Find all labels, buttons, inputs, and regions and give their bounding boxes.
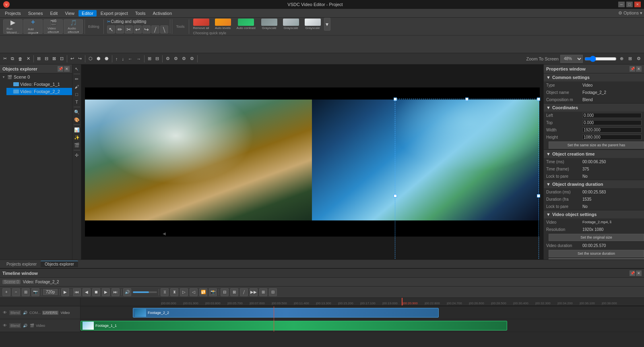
tool-split[interactable]: ⧸	[151, 25, 159, 33]
clip-footage2-timeline[interactable]: Footage_2_2	[133, 308, 439, 318]
menu-editor[interactable]: Editor	[78, 10, 97, 17]
quick-style-more[interactable]: ▾	[324, 18, 330, 31]
tl-stop[interactable]: ⏹	[92, 288, 100, 296]
tl-align-left[interactable]: ⊟	[221, 288, 229, 296]
vtool-fx[interactable]: ✨	[73, 134, 80, 141]
tool-scissors[interactable]: ✂	[125, 25, 133, 33]
menu-export[interactable]: Export project	[97, 10, 131, 17]
tl-add-scene[interactable]: +	[2, 288, 10, 296]
edit-more1[interactable]: ⬡	[87, 54, 94, 63]
edit-undo[interactable]: ↩	[69, 54, 76, 63]
objects-panel-close[interactable]: ✕	[64, 66, 70, 72]
maximize-button[interactable]: □	[626, 2, 633, 7]
tl-snapshot[interactable]: 📸	[209, 288, 217, 296]
add-object-button[interactable]: + Addobject▾	[23, 19, 43, 34]
set-same-size-button[interactable]: Set the same size as the parent has	[549, 141, 644, 149]
cutting-splitting-button[interactable]: Cutting and splitting	[549, 258, 644, 260]
menu-projects[interactable]: Projects	[2, 10, 24, 17]
edit-cut[interactable]: ✂	[2, 54, 8, 63]
menu-activation[interactable]: Activation	[149, 10, 175, 17]
options-label[interactable]: ⚙ Options ▾	[618, 10, 642, 16]
edit-arr4[interactable]: →	[135, 54, 142, 63]
tree-toggle-scene[interactable]: ▼	[2, 75, 6, 79]
tool-merge[interactable]: ⧹	[160, 25, 168, 33]
tool-redo[interactable]: ↪	[142, 25, 151, 33]
edit-more2[interactable]: ⬢	[95, 54, 102, 63]
tool-pencil[interactable]: ✏	[116, 25, 124, 33]
zoom-select[interactable]: 48% 100% 75% 50%	[560, 55, 583, 63]
menu-edit[interactable]: Edit	[47, 10, 61, 17]
tl-speaker[interactable]: 🔊	[123, 288, 131, 296]
timeline-pin[interactable]: 📌	[630, 270, 635, 276]
timeline-close[interactable]: ✕	[636, 270, 642, 276]
run-wizard-button[interactable]: ▶ RunWizard...	[3, 19, 23, 34]
edit-delete[interactable]: 🗑	[17, 54, 24, 63]
video-effects-button[interactable]: 🎬 Videoeffects▾	[43, 19, 63, 34]
vtool-shape[interactable]: □	[73, 91, 80, 98]
tool-undo[interactable]: ↩	[134, 25, 142, 33]
set-source-duration-button[interactable]: Set the source duration	[549, 250, 644, 257]
tree-item-scene[interactable]: ▼ 🎬 Scene 0	[0, 73, 72, 81]
vtool-cursor[interactable]: ↖	[73, 65, 80, 73]
vtool-move[interactable]: ✢	[73, 152, 80, 159]
quick-style-grayscale1[interactable]: Grayscale	[259, 18, 280, 31]
tl-extra[interactable]: ⊞	[259, 288, 267, 296]
zoom-fit[interactable]: ⊞	[627, 54, 634, 63]
prop-drawing-duration-header[interactable]: ▼ Object drawing duration	[544, 180, 644, 188]
quick-style-auto-levels[interactable]: Auto levels	[213, 18, 233, 31]
edit-x[interactable]: ✕	[25, 54, 32, 63]
volume-slider[interactable]	[133, 291, 157, 293]
vtool-brush[interactable]: 🖌	[73, 83, 80, 90]
timeline-nav-left[interactable]: ◀	[163, 231, 166, 236]
set-original-size-button[interactable]: Set the original size	[549, 234, 644, 241]
edit-arr2[interactable]: ↓	[120, 54, 126, 63]
close-button[interactable]: ✕	[634, 2, 641, 7]
clip-footage1-timeline[interactable]: Footage_1_1	[80, 321, 507, 330]
properties-pin[interactable]: 📌	[630, 66, 635, 72]
prop-video-settings-header[interactable]: ▼ Video object settings	[544, 210, 644, 218]
track-content-footage2[interactable]: Footage_2_2	[80, 306, 644, 319]
tree-item-footage1[interactable]: Video: Footage_1_1	[6, 81, 72, 88]
vtool-pencil[interactable]: ✏	[73, 75, 80, 83]
edit-fx3[interactable]: ⚙	[180, 54, 188, 63]
tree-item-footage2[interactable]: Video: Footage_2_2	[6, 88, 72, 95]
edit-align-center[interactable]: ⊠	[51, 54, 58, 63]
audio-effects-button[interactable]: 🎵 Audioeffects▾	[64, 19, 83, 34]
tl-remove[interactable]: −	[12, 288, 20, 296]
tl-next-frame[interactable]: ▶	[102, 288, 110, 296]
vtool-video[interactable]: 🎬	[73, 141, 80, 149]
quick-style-auto-contrast[interactable]: Auto contrast	[234, 18, 258, 31]
track-layers-footage2[interactable]: COM...	[29, 311, 41, 315]
zoom-reset[interactable]: ⊕	[618, 54, 625, 63]
tl-rewind[interactable]: ⏮	[73, 288, 81, 296]
tl-play[interactable]: ▶	[61, 288, 69, 296]
objects-panel-pin[interactable]: 📌	[58, 66, 63, 72]
menu-scenes[interactable]: Scenes	[25, 10, 46, 17]
tool-cursor[interactable]: ↖	[107, 25, 115, 33]
tl-marker2[interactable]: ⧗	[170, 288, 178, 296]
edit-arr3[interactable]: ←	[126, 54, 134, 63]
tl-marker3[interactable]: ▷	[180, 288, 188, 296]
edit-fx[interactable]: ⚙	[164, 54, 171, 63]
tl-more[interactable]: ▶▶	[250, 288, 258, 296]
track-content-footage1[interactable]: Footage_1_1	[80, 319, 644, 332]
vtool-zoom[interactable]: 🔍	[73, 108, 80, 116]
tl-prev-frame[interactable]: ◀	[83, 288, 91, 296]
tl-split[interactable]: ⧸	[240, 288, 248, 296]
tab-projects-explorer[interactable]: Projects explorer	[2, 261, 41, 267]
zoom-more[interactable]: ⚙	[635, 54, 642, 63]
tl-extra2[interactable]: ⊟	[269, 288, 277, 296]
edit-align-left[interactable]: ⊟	[43, 54, 50, 63]
edit-arr1[interactable]: ↑	[114, 54, 120, 63]
edit-fx2[interactable]: ⚙	[172, 54, 180, 63]
tl-align-right[interactable]: ⊠	[230, 288, 238, 296]
tl-marker4[interactable]: ◁	[190, 288, 198, 296]
quick-style-grayscale2[interactable]: Grayscale	[281, 18, 301, 31]
edit-fx4[interactable]: ⚙	[188, 54, 196, 63]
tl-fast-forward[interactable]: ⏭	[111, 288, 120, 296]
tab-objects-explorer[interactable]: Objects explorer	[41, 261, 78, 267]
properties-close[interactable]: ✕	[636, 66, 642, 72]
edit-select-all[interactable]: ⊞	[35, 54, 42, 63]
quick-style-remove-all[interactable]: Remove all	[191, 18, 212, 31]
zoom-slider[interactable]	[584, 56, 617, 61]
